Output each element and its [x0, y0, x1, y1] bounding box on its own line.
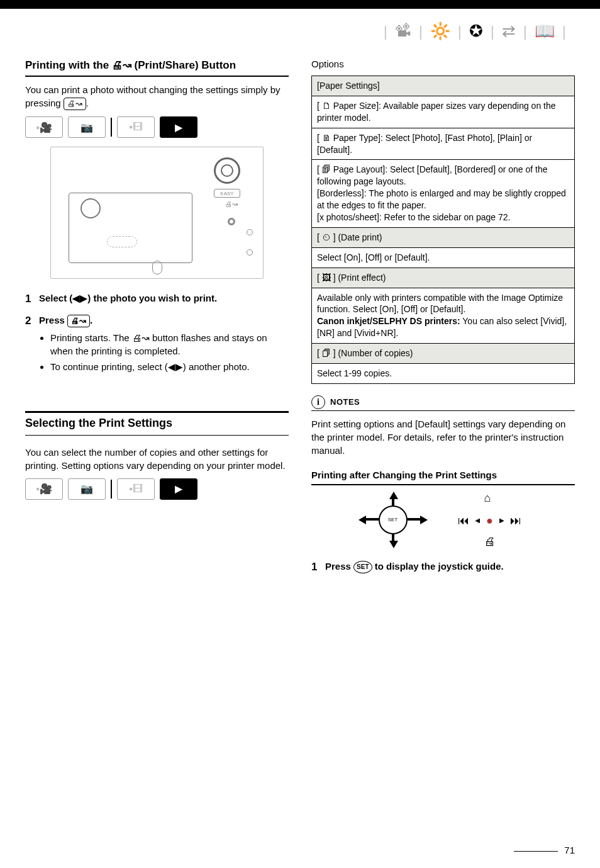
selecting-print-settings-heading: Selecting the Print Settings — [25, 417, 289, 430]
tab-icon-4: ⇄ — [502, 21, 516, 40]
mode-play-photo: ▶ — [160, 478, 197, 500]
row-paper-size: [ 🗋 Paper Size]: Available paper sizes v… — [312, 96, 575, 128]
row-page-layout: [ 🗐 Page Layout]: Select [Default], [Bor… — [312, 160, 575, 227]
mode-separator — [111, 480, 112, 499]
print-share-key-icon: 🖨↝ — [64, 98, 86, 110]
camcorder-illustration: EASY 🖨↝ — [50, 147, 264, 279]
top-black-bar — [0, 0, 600, 9]
print-share-intro: You can print a photo without changing t… — [25, 83, 289, 110]
step-1: Select (◀▶) the photo you wish to print. — [25, 291, 289, 305]
options-table: [Paper Settings] [ 🗋 Paper Size]: Availa… — [311, 76, 575, 384]
joystick-figure: ⌂ ⏮ ◀ ● ▶ ⏭ 🖨 — [311, 492, 575, 548]
mode-play-photo: ▶ — [160, 116, 197, 138]
mode-separator — [111, 118, 112, 137]
info-icon: i — [311, 395, 325, 409]
print-icon: 🖨 — [484, 535, 496, 548]
ring-icon — [228, 218, 235, 225]
step-2: Press 🖨↝. Printing starts. The 🖨↝ button… — [25, 313, 289, 373]
printing-after-change-heading: Printing after Changing the Print Settin… — [311, 470, 575, 480]
lens-icon — [214, 157, 240, 184]
mode-play-video: ▪🎞 — [117, 116, 155, 138]
mode-play-video: ▪🎞 — [117, 478, 155, 500]
return-icon: ⌂ — [484, 492, 491, 505]
notes-label: NOTES — [330, 397, 360, 407]
row-copies-header: [ 🗍 ] (Number of copies) — [312, 344, 575, 364]
rule — [311, 410, 575, 411]
mode-strip-2: ▪🎥 📷 ▪🎞 ▶ — [25, 478, 289, 500]
right-column: Options [Paper Settings] [ 🗋 Paper Size]… — [311, 59, 575, 582]
row-paper-settings: [Paper Settings] — [312, 76, 575, 96]
indicator-icon — [152, 261, 162, 274]
b1a: Printing starts. The — [50, 332, 132, 343]
button-icon — [247, 249, 253, 256]
set-ring-icon — [379, 505, 408, 534]
step-2-bullet-1: Printing starts. The 🖨↝ button flashes a… — [50, 331, 289, 358]
notes-body: Print setting options and [Default] sett… — [311, 417, 575, 457]
print-share-title: Printing with the 🖨↝ (Print/Share) Butto… — [25, 59, 289, 72]
top-tab-icons: | 📽 | 🔆 | ✪ | ⇄ | 📖 | — [25, 18, 575, 59]
row-copies-body: Select 1-99 copies. — [312, 364, 575, 384]
tab-icon-5: 📖 — [535, 21, 555, 40]
selecting-print-settings-body: You can select the number of copies and … — [25, 446, 289, 472]
dot-icon: ● — [486, 514, 494, 527]
page-number: 71 — [514, 845, 575, 855]
tab-icon-1: 📽 — [395, 21, 411, 40]
notes-header: i NOTES — [311, 395, 575, 409]
step-2-bullet-2: To continue printing, select (◀▶) anothe… — [50, 360, 289, 373]
rule — [25, 76, 289, 77]
mid-icons: ⏮ ◀ ● ▶ ⏭ — [453, 514, 528, 527]
thick-rule — [25, 411, 289, 413]
mode-record-photo: 📷 — [68, 116, 106, 138]
row-print-effect-body: Available only with printers compatible … — [312, 288, 575, 344]
row-paper-type: [ 🗎 Paper Type]: Select [Photo], [Fast P… — [312, 128, 575, 160]
mode-record-photo: 📷 — [68, 478, 106, 500]
print-share-glyph-icon: 🖨↝ — [132, 332, 150, 343]
joystick-arrows-icon — [358, 492, 428, 548]
easy-button-icon: EASY — [214, 189, 240, 198]
mode-strip-1: ▪🎥 📷 ▪🎞 ▶ — [25, 116, 289, 138]
row-date-print-body: Select [On], [Off] or [Default]. — [312, 247, 575, 268]
share-button-icon: 🖨↝ — [225, 200, 238, 208]
rule — [25, 435, 289, 436]
row-print-effect-header: [ 🖼 ] (Print effect) — [312, 268, 575, 288]
camera-body-icon — [69, 193, 192, 263]
set-button-icon: SET — [353, 561, 372, 573]
speaker-icon — [107, 236, 137, 247]
mode-record-video: ▪🎥 — [25, 116, 63, 138]
rule — [311, 484, 575, 485]
joystick-guide-icon: ⌂ ⏮ ◀ ● ▶ ⏭ 🖨 — [453, 492, 528, 548]
tab-icon-3: ✪ — [469, 21, 483, 40]
print-effect-strong: Canon inkjet/SELPHY DS printers: — [317, 316, 460, 326]
mode-record-video: ▪🎥 — [25, 478, 63, 500]
button-icon — [247, 229, 253, 235]
step-2-head-a: Press — [39, 315, 67, 325]
left-column: Printing with the 🖨↝ (Print/Share) Butto… — [25, 59, 289, 582]
next-icon: ▶ ⏭ — [499, 514, 523, 527]
right-step-1b: to display the joystick guide. — [375, 561, 504, 572]
row-date-print-header: [ ⏲ ] (Date print) — [312, 227, 575, 247]
step-1-text: Select (◀▶) the photo you wish to print. — [39, 293, 217, 303]
print-effect-text-1: Available only with printers compatible … — [317, 293, 563, 315]
right-step-1a: Press — [325, 561, 353, 572]
right-step-1: Press SET to display the joystick guide. — [311, 560, 575, 573]
print-share-key-icon: 🖨↝ — [67, 315, 90, 327]
prev-icon: ⏮ ◀ — [458, 514, 482, 527]
tab-icon-2: 🔆 — [430, 21, 450, 40]
options-heading: Options — [311, 59, 575, 69]
